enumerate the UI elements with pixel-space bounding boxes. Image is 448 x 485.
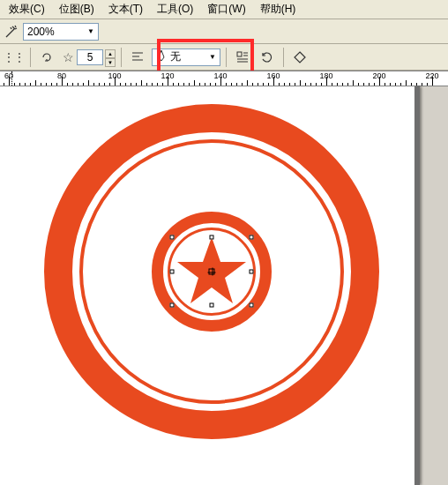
- selection-handle[interactable]: [210, 235, 214, 240]
- star-points-field: ☆ ▲ ▼: [61, 49, 116, 65]
- separator: [121, 48, 122, 67]
- menu-bar: 效果(C) 位图(B) 文本(T) 工具(O) 窗口(W) 帮助(H): [0, 0, 448, 19]
- rotate-icon[interactable]: [257, 47, 278, 68]
- pen-mode-label: 无: [170, 49, 205, 64]
- selection-handle[interactable]: [170, 303, 175, 308]
- star-points-spinner[interactable]: ▲ ▼: [105, 49, 116, 65]
- menu-bitmap[interactable]: 位图(B): [52, 0, 101, 19]
- chevron-down-icon: ▼: [87, 27, 94, 35]
- loop-icon[interactable]: [36, 47, 57, 68]
- ruler-label: 180: [319, 71, 332, 80]
- spinner-up-icon[interactable]: ▲: [105, 49, 116, 58]
- svg-rect-3: [237, 52, 242, 56]
- ruler-label: 80: [57, 71, 66, 80]
- selection-handle[interactable]: [170, 270, 175, 274]
- page-edge-shadow: [414, 86, 420, 485]
- align-left-icon[interactable]: [127, 47, 148, 68]
- zoom-combo[interactable]: 200% ▼: [23, 23, 99, 41]
- svg-marker-8: [295, 52, 305, 63]
- pasteboard: [420, 86, 448, 485]
- chevron-down-icon: ▼: [209, 53, 216, 61]
- ruler-label: 200: [372, 71, 385, 80]
- selection-center[interactable]: [209, 269, 215, 275]
- ruler-horizontal[interactable]: 6080100120140160180200220: [0, 71, 448, 86]
- ruler-label: 140: [213, 71, 227, 80]
- menu-effects[interactable]: 效果(C): [2, 0, 52, 19]
- selection-handle[interactable]: [250, 270, 254, 274]
- pen-icon: [156, 49, 167, 64]
- menu-window[interactable]: 窗口(W): [200, 0, 252, 19]
- wand-icon[interactable]: [2, 22, 21, 41]
- ruler-label: 120: [161, 71, 174, 80]
- selection-handle[interactable]: [250, 303, 254, 308]
- artwork-group[interactable]: [44, 104, 379, 439]
- canvas[interactable]: [0, 86, 448, 485]
- star-points-input[interactable]: [77, 49, 103, 65]
- ruler-label: 100: [108, 71, 121, 80]
- separator: [226, 48, 227, 67]
- menu-text[interactable]: 文本(T): [101, 0, 150, 19]
- star-icon: ☆: [61, 50, 75, 64]
- ruler-label: 220: [425, 71, 438, 80]
- text-wrap-icon[interactable]: [232, 47, 253, 68]
- ruler-label: 160: [266, 71, 280, 80]
- spinner-down-icon[interactable]: ▼: [105, 58, 116, 67]
- selection-handle[interactable]: [210, 303, 214, 308]
- separator: [30, 48, 31, 67]
- selection-handle[interactable]: [250, 235, 254, 240]
- separator: [283, 48, 284, 67]
- toolbar-zoom: 200% ▼: [0, 19, 448, 44]
- menu-tools[interactable]: 工具(O): [150, 0, 200, 19]
- menu-help[interactable]: 帮助(H): [253, 0, 303, 19]
- toolbar-properties: ⋮⋮ ☆ ▲ ▼ 无 ▼: [0, 44, 448, 71]
- ruler-marker: [11, 71, 12, 86]
- pen-mode-combo[interactable]: 无 ▼: [152, 48, 220, 66]
- shape-outline-icon[interactable]: [289, 47, 310, 68]
- selection-handle[interactable]: [170, 235, 175, 240]
- zoom-value: 200%: [27, 26, 55, 38]
- drag-handle-icon[interactable]: ⋮⋮: [4, 47, 25, 68]
